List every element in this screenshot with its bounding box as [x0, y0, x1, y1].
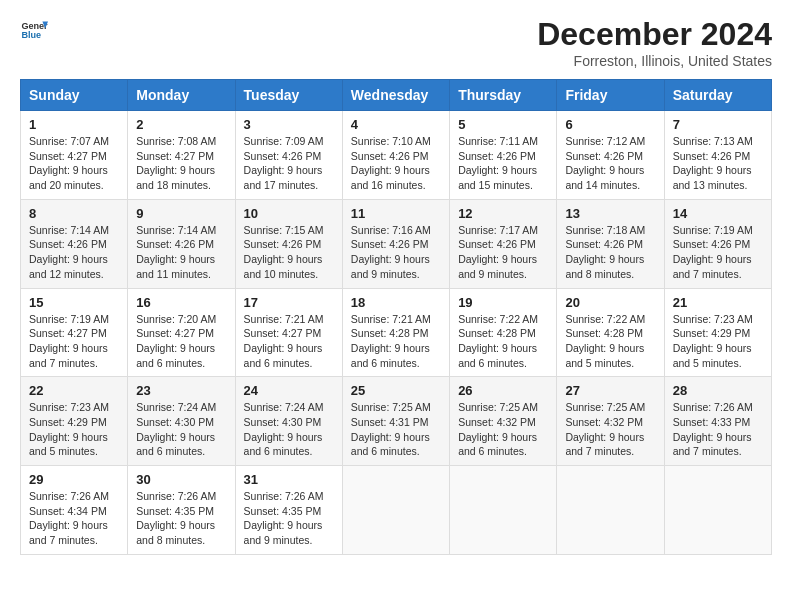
day-number: 17 [244, 295, 334, 310]
day-number: 11 [351, 206, 441, 221]
calendar-cell: 9Sunrise: 7:14 AMSunset: 4:26 PMDaylight… [128, 199, 235, 288]
calendar-cell: 27Sunrise: 7:25 AMSunset: 4:32 PMDayligh… [557, 377, 664, 466]
calendar-cell: 1Sunrise: 7:07 AMSunset: 4:27 PMDaylight… [21, 111, 128, 200]
day-info: Sunrise: 7:23 AMSunset: 4:29 PMDaylight:… [29, 400, 119, 459]
calendar-cell: 2Sunrise: 7:08 AMSunset: 4:27 PMDaylight… [128, 111, 235, 200]
calendar-cell: 11Sunrise: 7:16 AMSunset: 4:26 PMDayligh… [342, 199, 449, 288]
calendar-cell: 20Sunrise: 7:22 AMSunset: 4:28 PMDayligh… [557, 288, 664, 377]
calendar-cell: 14Sunrise: 7:19 AMSunset: 4:26 PMDayligh… [664, 199, 771, 288]
weekday-header-sunday: Sunday [21, 80, 128, 111]
calendar-week-row: 22Sunrise: 7:23 AMSunset: 4:29 PMDayligh… [21, 377, 772, 466]
day-info: Sunrise: 7:24 AMSunset: 4:30 PMDaylight:… [136, 400, 226, 459]
calendar-cell: 12Sunrise: 7:17 AMSunset: 4:26 PMDayligh… [450, 199, 557, 288]
calendar-cell: 13Sunrise: 7:18 AMSunset: 4:26 PMDayligh… [557, 199, 664, 288]
day-info: Sunrise: 7:10 AMSunset: 4:26 PMDaylight:… [351, 134, 441, 193]
calendar-cell: 15Sunrise: 7:19 AMSunset: 4:27 PMDayligh… [21, 288, 128, 377]
day-info: Sunrise: 7:26 AMSunset: 4:34 PMDaylight:… [29, 489, 119, 548]
calendar-cell: 30Sunrise: 7:26 AMSunset: 4:35 PMDayligh… [128, 466, 235, 555]
day-info: Sunrise: 7:26 AMSunset: 4:35 PMDaylight:… [136, 489, 226, 548]
month-title: December 2024 [537, 16, 772, 53]
day-info: Sunrise: 7:18 AMSunset: 4:26 PMDaylight:… [565, 223, 655, 282]
calendar-cell [557, 466, 664, 555]
weekday-header-tuesday: Tuesday [235, 80, 342, 111]
calendar-table: SundayMondayTuesdayWednesdayThursdayFrid… [20, 79, 772, 555]
day-number: 5 [458, 117, 548, 132]
calendar-cell: 26Sunrise: 7:25 AMSunset: 4:32 PMDayligh… [450, 377, 557, 466]
day-number: 21 [673, 295, 763, 310]
day-info: Sunrise: 7:15 AMSunset: 4:26 PMDaylight:… [244, 223, 334, 282]
day-info: Sunrise: 7:17 AMSunset: 4:26 PMDaylight:… [458, 223, 548, 282]
day-number: 31 [244, 472, 334, 487]
day-info: Sunrise: 7:13 AMSunset: 4:26 PMDaylight:… [673, 134, 763, 193]
calendar-cell: 3Sunrise: 7:09 AMSunset: 4:26 PMDaylight… [235, 111, 342, 200]
weekday-header-monday: Monday [128, 80, 235, 111]
day-info: Sunrise: 7:21 AMSunset: 4:28 PMDaylight:… [351, 312, 441, 371]
calendar-cell [664, 466, 771, 555]
day-info: Sunrise: 7:11 AMSunset: 4:26 PMDaylight:… [458, 134, 548, 193]
day-number: 15 [29, 295, 119, 310]
calendar-cell: 17Sunrise: 7:21 AMSunset: 4:27 PMDayligh… [235, 288, 342, 377]
day-number: 14 [673, 206, 763, 221]
calendar-cell: 24Sunrise: 7:24 AMSunset: 4:30 PMDayligh… [235, 377, 342, 466]
day-number: 3 [244, 117, 334, 132]
day-info: Sunrise: 7:14 AMSunset: 4:26 PMDaylight:… [136, 223, 226, 282]
day-number: 20 [565, 295, 655, 310]
calendar-cell: 28Sunrise: 7:26 AMSunset: 4:33 PMDayligh… [664, 377, 771, 466]
day-info: Sunrise: 7:20 AMSunset: 4:27 PMDaylight:… [136, 312, 226, 371]
calendar-cell: 6Sunrise: 7:12 AMSunset: 4:26 PMDaylight… [557, 111, 664, 200]
day-number: 2 [136, 117, 226, 132]
day-info: Sunrise: 7:07 AMSunset: 4:27 PMDaylight:… [29, 134, 119, 193]
day-number: 16 [136, 295, 226, 310]
calendar-week-row: 8Sunrise: 7:14 AMSunset: 4:26 PMDaylight… [21, 199, 772, 288]
page-header: General Blue December 2024 Forreston, Il… [20, 16, 772, 69]
day-info: Sunrise: 7:22 AMSunset: 4:28 PMDaylight:… [565, 312, 655, 371]
day-number: 6 [565, 117, 655, 132]
weekday-header-saturday: Saturday [664, 80, 771, 111]
calendar-cell: 18Sunrise: 7:21 AMSunset: 4:28 PMDayligh… [342, 288, 449, 377]
day-info: Sunrise: 7:12 AMSunset: 4:26 PMDaylight:… [565, 134, 655, 193]
calendar-cell: 10Sunrise: 7:15 AMSunset: 4:26 PMDayligh… [235, 199, 342, 288]
day-number: 4 [351, 117, 441, 132]
calendar-cell: 16Sunrise: 7:20 AMSunset: 4:27 PMDayligh… [128, 288, 235, 377]
calendar-cell: 19Sunrise: 7:22 AMSunset: 4:28 PMDayligh… [450, 288, 557, 377]
calendar-cell: 31Sunrise: 7:26 AMSunset: 4:35 PMDayligh… [235, 466, 342, 555]
day-info: Sunrise: 7:23 AMSunset: 4:29 PMDaylight:… [673, 312, 763, 371]
svg-text:Blue: Blue [21, 30, 41, 40]
day-info: Sunrise: 7:19 AMSunset: 4:26 PMDaylight:… [673, 223, 763, 282]
day-info: Sunrise: 7:25 AMSunset: 4:32 PMDaylight:… [458, 400, 548, 459]
day-info: Sunrise: 7:19 AMSunset: 4:27 PMDaylight:… [29, 312, 119, 371]
calendar-cell: 4Sunrise: 7:10 AMSunset: 4:26 PMDaylight… [342, 111, 449, 200]
day-info: Sunrise: 7:22 AMSunset: 4:28 PMDaylight:… [458, 312, 548, 371]
day-number: 26 [458, 383, 548, 398]
day-info: Sunrise: 7:25 AMSunset: 4:32 PMDaylight:… [565, 400, 655, 459]
calendar-cell: 21Sunrise: 7:23 AMSunset: 4:29 PMDayligh… [664, 288, 771, 377]
day-number: 13 [565, 206, 655, 221]
day-info: Sunrise: 7:25 AMSunset: 4:31 PMDaylight:… [351, 400, 441, 459]
day-number: 28 [673, 383, 763, 398]
day-info: Sunrise: 7:16 AMSunset: 4:26 PMDaylight:… [351, 223, 441, 282]
day-number: 22 [29, 383, 119, 398]
weekday-header-thursday: Thursday [450, 80, 557, 111]
day-number: 18 [351, 295, 441, 310]
day-number: 25 [351, 383, 441, 398]
day-number: 27 [565, 383, 655, 398]
day-number: 8 [29, 206, 119, 221]
calendar-cell: 7Sunrise: 7:13 AMSunset: 4:26 PMDaylight… [664, 111, 771, 200]
logo-icon: General Blue [20, 16, 48, 44]
title-area: December 2024 Forreston, Illinois, Unite… [537, 16, 772, 69]
day-info: Sunrise: 7:08 AMSunset: 4:27 PMDaylight:… [136, 134, 226, 193]
calendar-week-row: 1Sunrise: 7:07 AMSunset: 4:27 PMDaylight… [21, 111, 772, 200]
day-info: Sunrise: 7:09 AMSunset: 4:26 PMDaylight:… [244, 134, 334, 193]
calendar-cell [342, 466, 449, 555]
day-info: Sunrise: 7:21 AMSunset: 4:27 PMDaylight:… [244, 312, 334, 371]
day-number: 19 [458, 295, 548, 310]
day-info: Sunrise: 7:26 AMSunset: 4:33 PMDaylight:… [673, 400, 763, 459]
logo: General Blue [20, 16, 48, 44]
day-info: Sunrise: 7:24 AMSunset: 4:30 PMDaylight:… [244, 400, 334, 459]
calendar-cell: 23Sunrise: 7:24 AMSunset: 4:30 PMDayligh… [128, 377, 235, 466]
calendar-cell: 8Sunrise: 7:14 AMSunset: 4:26 PMDaylight… [21, 199, 128, 288]
calendar-week-row: 29Sunrise: 7:26 AMSunset: 4:34 PMDayligh… [21, 466, 772, 555]
calendar-cell: 25Sunrise: 7:25 AMSunset: 4:31 PMDayligh… [342, 377, 449, 466]
calendar-cell: 22Sunrise: 7:23 AMSunset: 4:29 PMDayligh… [21, 377, 128, 466]
day-number: 9 [136, 206, 226, 221]
